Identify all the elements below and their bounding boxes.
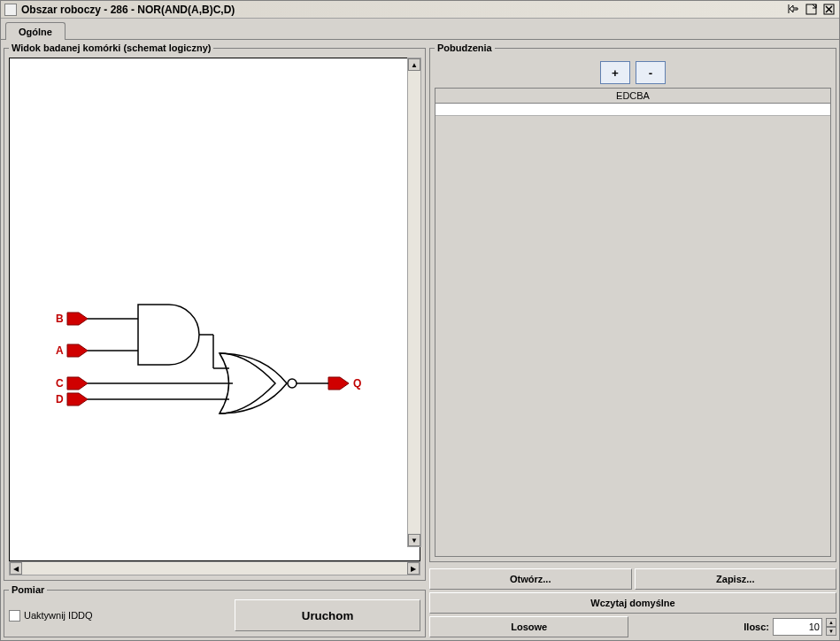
circuit-diagram: B A C D Q xyxy=(10,58,408,554)
count-up-icon[interactable]: ▲ xyxy=(826,618,836,627)
iddq-checkbox[interactable] xyxy=(9,610,20,622)
open-button[interactable]: Otwórz... xyxy=(429,568,632,590)
count-input[interactable] xyxy=(773,618,822,636)
save-button[interactable]: Zapisz... xyxy=(635,568,837,590)
pobudzenia-legend: Pobudzenia xyxy=(435,42,495,53)
schematic-canvas: B A C D Q xyxy=(9,58,420,561)
scroll-left-icon[interactable]: ◀ xyxy=(10,562,22,575)
window-title: Obszar roboczy - 286 - NOR(AND(A,B)C,D) xyxy=(21,4,786,16)
maximize-icon[interactable] xyxy=(804,3,818,16)
titlebar: Obszar roboczy - 286 - NOR(AND(A,B)C,D) xyxy=(1,1,839,19)
load-default-button[interactable]: Wczytaj domyślne xyxy=(429,592,836,614)
run-button[interactable]: Uruchom xyxy=(235,599,420,631)
table-row[interactable] xyxy=(435,104,830,116)
scroll-down-icon[interactable]: ▼ xyxy=(408,534,420,546)
add-button[interactable]: + xyxy=(600,61,630,84)
pin-label-a: A xyxy=(56,344,64,357)
iddq-label: Uaktywnij IDDQ xyxy=(24,610,93,621)
random-button[interactable]: Losowe xyxy=(429,616,628,637)
pin-label-d: D xyxy=(56,393,64,405)
horizontal-scrollbar[interactable]: ◀ ▶ xyxy=(9,561,420,575)
tab-row: Ogólne xyxy=(1,19,839,40)
window-icon xyxy=(4,4,17,16)
pomiar-legend: Pomiar xyxy=(9,584,47,595)
remove-button[interactable]: - xyxy=(636,61,666,84)
tab-general[interactable]: Ogólne xyxy=(5,22,66,40)
scroll-up-icon[interactable]: ▲ xyxy=(408,58,420,71)
svg-point-9 xyxy=(288,379,297,388)
pin-label-b: B xyxy=(56,313,64,325)
pin-label-c: C xyxy=(56,377,64,390)
table-body xyxy=(435,116,830,556)
pin-label-q: Q xyxy=(353,377,361,390)
minimize-icon[interactable] xyxy=(786,3,800,16)
scroll-right-icon[interactable]: ▶ xyxy=(407,562,420,575)
count-down-icon[interactable]: ▼ xyxy=(826,627,836,636)
vertical-scrollbar[interactable]: ▲ ▼ xyxy=(407,58,421,547)
schematic-legend: Widok badanej komórki (schemat logiczny) xyxy=(9,42,213,53)
count-label: Ilosc: xyxy=(744,622,769,632)
close-icon[interactable] xyxy=(821,3,836,16)
table-header: EDCBA xyxy=(435,89,830,104)
iddq-checkbox-wrap[interactable]: Uaktywnij IDDQ xyxy=(9,610,93,622)
